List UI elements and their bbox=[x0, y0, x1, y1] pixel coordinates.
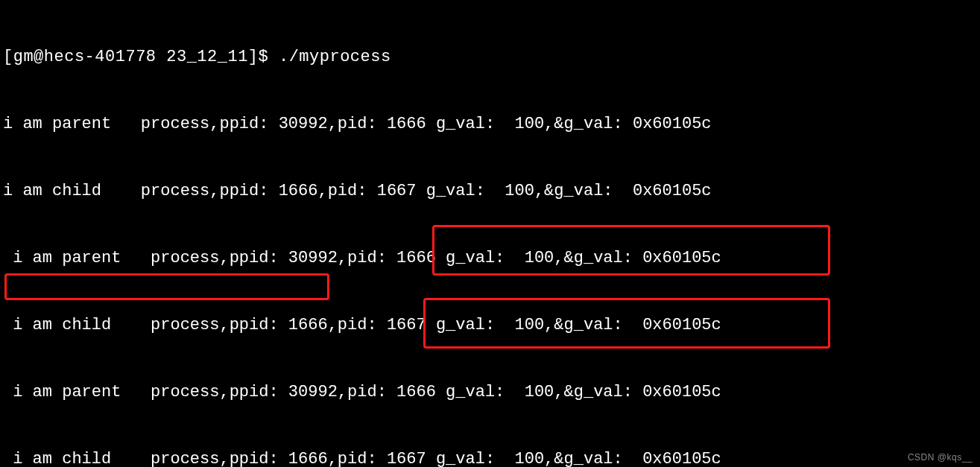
watermark: CSDN @kqs__ bbox=[908, 452, 973, 463]
output-line: i am child process,ppid: 1666,pid: 1667 … bbox=[3, 314, 977, 337]
output-line: i am parent process,ppid: 30992,pid: 166… bbox=[3, 113, 977, 136]
output-line: i am parent process,ppid: 30992,pid: 166… bbox=[3, 247, 977, 270]
output-line: i am child process,ppid: 1666,pid: 1667 … bbox=[3, 448, 977, 467]
output-line: i am child process,ppid: 1666,pid: 1667 … bbox=[3, 180, 977, 203]
shell-prompt-line: [gm@hecs-401778 23_12_11]$ ./myprocess bbox=[3, 46, 977, 69]
output-line: i am parent process,ppid: 30992,pid: 166… bbox=[3, 381, 977, 404]
terminal-output: [gm@hecs-401778 23_12_11]$ ./myprocess i… bbox=[0, 0, 980, 467]
